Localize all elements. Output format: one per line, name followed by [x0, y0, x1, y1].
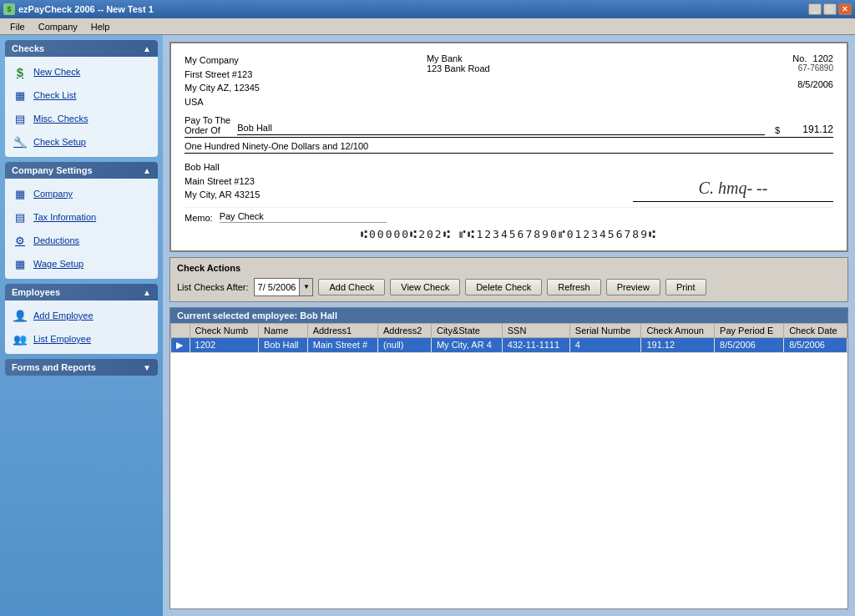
sidebar-header-company[interactable]: Company Settings ▲ — [5, 162, 158, 179]
menu-bar: FileCompanyHelp — [0, 18, 855, 35]
cell-address1: Main Street # — [307, 337, 377, 352]
check-no-value: 1202 — [813, 53, 833, 63]
check-amount-words: One Hundred Ninety-One Dollars and 12/10… — [185, 141, 368, 151]
row-indicator: ▶ — [171, 337, 190, 352]
check-address-signature: Bob Hall Main Street #123 My City, AR 43… — [185, 160, 833, 202]
sidebar-section-forms: Forms and Reports ▼ — [5, 359, 158, 376]
close-button[interactable]: ✕ — [838, 3, 852, 15]
print-button[interactable]: Print — [665, 279, 706, 295]
table-row[interactable]: ▶1202Bob HallMain Street #(null)My City,… — [171, 337, 847, 352]
deductions-icon: ⚙ — [12, 232, 28, 249]
sidebar-employees-content: 👤 Add Employee 👥 List Employee — [5, 300, 158, 354]
sidebar-checks-content: $ New Check ▦ Check List ▤ Misc. Checks … — [5, 57, 158, 157]
col-check-num[interactable]: Check Numb — [190, 323, 258, 337]
building-icon: ▦ — [12, 185, 28, 202]
date-dropdown-button[interactable]: ▼ — [299, 279, 312, 295]
check-bank-info: My Bank 123 Bank Road — [260, 53, 792, 109]
payee-address-name: Bob Hall — [185, 160, 260, 174]
check-company-info: My Company First Street #123 My City AZ,… — [185, 53, 260, 109]
cell-name: Bob Hall — [258, 337, 307, 352]
col-amount[interactable]: Check Amoun — [641, 323, 715, 337]
payee-address-street: Main Street #123 — [185, 174, 260, 189]
sidebar-header-employees[interactable]: Employees ▲ — [5, 284, 158, 300]
cell-ssn: 432-11-1111 — [502, 337, 569, 352]
checks-collapse-icon: ▲ — [143, 44, 151, 53]
sidebar-item-misc-checks[interactable]: ▤ Misc. Checks — [5, 107, 158, 130]
check-amount-value: 191.12 — [783, 124, 833, 135]
sidebar-item-check-list[interactable]: ▦ Check List — [5, 83, 158, 107]
sidebar-header-forms[interactable]: Forms and Reports ▼ — [5, 359, 158, 376]
cell-city-state: My City, AR 4 — [431, 337, 502, 352]
col-city-state[interactable]: City&State — [431, 323, 502, 337]
dollar-sign-label: $ — [775, 125, 780, 135]
add-check-button[interactable]: Add Check — [318, 279, 385, 295]
menu-item-help[interactable]: Help — [84, 20, 117, 33]
signature-image: C. hmq- -- — [633, 179, 833, 202]
window-controls: _ □ ✕ — [808, 3, 852, 15]
check-actions: Check Actions List Checks After: 7/ 5/20… — [169, 257, 848, 302]
sidebar-forms-label: Forms and Reports — [12, 362, 96, 372]
cell-address2: (null) — [377, 337, 431, 352]
employee-section: Current selected employee: Bob Hall Chec… — [169, 307, 848, 610]
menu-item-company[interactable]: Company — [32, 20, 84, 33]
memo-value: Pay Check — [220, 211, 387, 223]
preview-button[interactable]: Preview — [606, 279, 660, 295]
sidebar-company-content: ▦ Company ▤ Tax Information ⚙ Deductions… — [5, 179, 158, 279]
employee-table-container: Check Numb Name Address1 Address2 City&S… — [170, 323, 847, 609]
maximize-button[interactable]: □ — [823, 3, 837, 15]
table-header-row: Check Numb Name Address1 Address2 City&S… — [171, 323, 847, 337]
sidebar-item-wage-setup[interactable]: ▦ Wage Setup — [5, 252, 158, 275]
date-selector[interactable]: 7/ 5/2006 ▼ — [254, 278, 314, 296]
list-checks-after-label: List Checks After: — [177, 282, 249, 292]
sidebar-item-tax-information[interactable]: ▤ Tax Information — [5, 205, 158, 229]
check-header: My Company First Street #123 My City AZ,… — [185, 53, 833, 109]
col-address1[interactable]: Address1 — [307, 323, 377, 337]
wrench-icon: 🔧 — [12, 134, 28, 150]
employee-table: Check Numb Name Address1 Address2 City&S… — [170, 323, 847, 353]
company-name: My Company — [185, 53, 260, 68]
cell-serial: 4 — [569, 337, 641, 352]
sidebar-header-checks[interactable]: Checks ▲ — [5, 40, 158, 57]
col-pay-period[interactable]: Pay Period E — [715, 323, 784, 337]
col-name[interactable]: Name — [258, 323, 307, 337]
sidebar-item-add-employee[interactable]: 👤 Add Employee — [5, 304, 158, 327]
employees-collapse-icon: ▲ — [143, 288, 151, 297]
cell-check-date: 8/5/2006 — [784, 337, 847, 352]
sidebar-item-new-check[interactable]: $ New Check — [5, 60, 158, 83]
check-no-line: No. 1202 — [792, 53, 833, 63]
cell-check-num: 1202 — [190, 337, 258, 352]
micr-text: ⑆00000⑆202⑆ ⑈⑆1234567890⑈0123456789⑆ — [361, 228, 657, 240]
view-check-button[interactable]: View Check — [390, 279, 460, 295]
wage-icon: ▦ — [12, 255, 28, 272]
check-actions-row: List Checks After: 7/ 5/2006 ▼ Add Check… — [177, 278, 841, 296]
delete-check-button[interactable]: Delete Check — [465, 279, 542, 295]
col-serial[interactable]: Serial Numbe — [569, 323, 641, 337]
cell-pay-period: 8/5/2006 — [715, 337, 784, 352]
pay-to-label: Pay To TheOrder Of — [185, 115, 230, 135]
employee-header-bar: Current selected employee: Bob Hall — [170, 308, 847, 323]
check-routing: 67-76890 — [792, 63, 833, 73]
menu-item-file[interactable]: File — [3, 20, 32, 33]
col-address2[interactable]: Address2 — [377, 323, 431, 337]
col-ssn[interactable]: SSN — [502, 323, 569, 337]
refresh-button[interactable]: Refresh — [547, 279, 601, 295]
company-address1: First Street #123 — [185, 68, 260, 82]
sidebar-item-list-employee[interactable]: 👥 List Employee — [5, 327, 158, 351]
minimize-button[interactable]: _ — [808, 3, 822, 15]
title-bar-text: $ ezPayCheck 2006 -- New Test 1 — [3, 3, 154, 15]
bank-address: 123 Bank Road — [427, 63, 792, 73]
check-address: Bob Hall Main Street #123 My City, AR 43… — [185, 160, 260, 202]
dollar-icon: $ — [12, 63, 28, 80]
employee-header-text: Current selected employee: Bob Hall — [177, 311, 337, 321]
memo-label: Memo: — [185, 213, 213, 223]
check-no-area: No. 1202 67-76890 8/5/2006 — [792, 53, 833, 109]
sidebar-item-deductions[interactable]: ⚙ Deductions — [5, 229, 158, 252]
sidebar-item-company[interactable]: ▦ Company — [5, 182, 158, 205]
col-check-date[interactable]: Check Date — [784, 323, 847, 337]
date-value: 7/ 5/2006 — [255, 280, 300, 294]
check-micr-line: ⑆00000⑆202⑆ ⑈⑆1234567890⑈0123456789⑆ — [185, 228, 833, 240]
bank-name: My Bank — [427, 53, 792, 63]
sidebar-company-label: Company Settings — [12, 165, 93, 175]
sidebar-item-check-setup[interactable]: 🔧 Check Setup — [5, 130, 158, 154]
main-layout: Checks ▲ $ New Check ▦ Check List ▤ Misc… — [0, 35, 855, 616]
